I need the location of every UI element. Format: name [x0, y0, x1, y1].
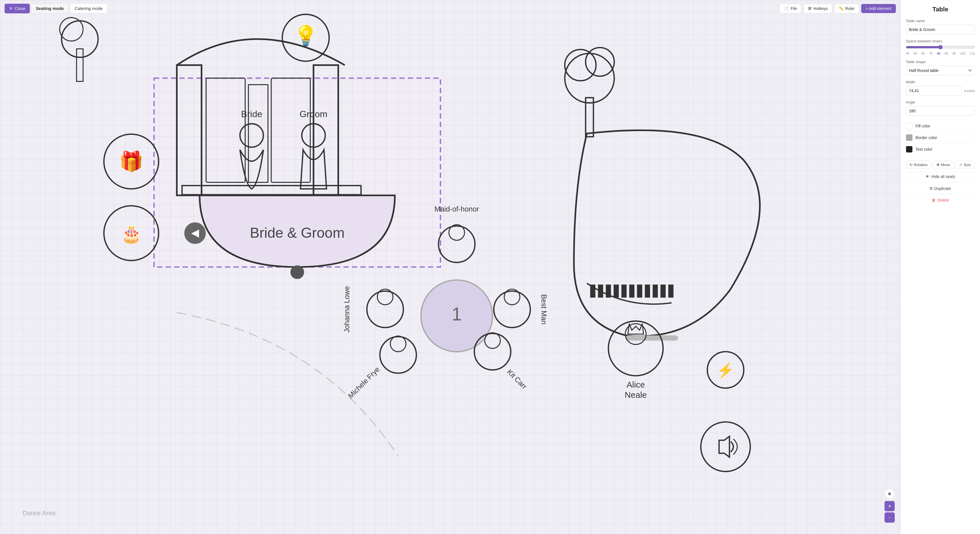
table-shape-select[interactable]: Half Round table Round table Rectangle t… [906, 66, 975, 75]
border-color-row: Border color [906, 132, 975, 143]
toolbar-right: 📄 File ⌘ Hotkeys 📏 Ruler + Add element [780, 4, 896, 13]
delete-label: Delete [937, 198, 949, 202]
duplicate-button[interactable]: ⧉ Duplicate [906, 184, 975, 193]
svg-rect-34 [660, 285, 666, 298]
svg-text:Alice: Alice [627, 380, 645, 389]
svg-text:💡: 💡 [294, 24, 318, 48]
zoom-out-button[interactable]: - [885, 512, 895, 523]
angle-input[interactable] [906, 106, 975, 116]
border-color-swatch[interactable] [906, 134, 913, 141]
svg-rect-27 [606, 285, 611, 298]
svg-point-63 [62, 21, 98, 57]
table-shape-section: Table shape Half Round table Round table… [906, 60, 975, 75]
svg-rect-29 [621, 285, 627, 298]
svg-text:Johanna Lowe: Johanna Lowe [343, 286, 351, 333]
svg-text:Michele Frye: Michele Frye [347, 365, 381, 400]
width-section: Width Inches [906, 80, 975, 96]
svg-rect-28 [614, 285, 619, 298]
move-label: Move [941, 163, 950, 167]
space-slider[interactable] [906, 45, 975, 49]
width-row: Inches [906, 86, 975, 96]
svg-text:Groom: Groom [299, 109, 328, 119]
svg-text:🎁: 🎁 [119, 150, 143, 173]
svg-text:Bride & Groom: Bride & Groom [250, 225, 344, 241]
rotation-label: Rotation [914, 163, 928, 167]
svg-rect-62 [76, 49, 83, 81]
svg-text:Maid-of-honor: Maid-of-honor [434, 205, 479, 213]
svg-rect-33 [652, 285, 658, 298]
svg-text:🎂: 🎂 [121, 224, 142, 244]
svg-rect-32 [645, 285, 650, 298]
svg-rect-35 [668, 285, 673, 298]
space-label: Space between chairs [906, 39, 975, 43]
catering-mode-button[interactable]: Catering mode [70, 3, 107, 13]
toolbar: ✕ Close Seating mode Catering mode 📄 Fil… [0, 3, 900, 13]
fill-color-label: Fill color [915, 124, 930, 128]
ruler-button[interactable]: 📏 Ruler [834, 4, 859, 13]
text-color-swatch[interactable] [906, 146, 913, 153]
hotkeys-icon: ⌘ [808, 6, 812, 11]
svg-rect-25 [590, 285, 595, 298]
svg-point-23 [565, 49, 596, 81]
rotation-icon: ↻ [910, 163, 913, 167]
zoom-controls: ⊕ + - [885, 488, 895, 523]
add-element-button[interactable]: + Add element [861, 4, 896, 13]
panel-title: Table [906, 6, 975, 13]
slider-labels: 45 55 65 75 80 85 95 105 115 [906, 52, 975, 55]
space-between-chairs-section: Space between chairs 45 55 65 75 80 85 9… [906, 39, 975, 55]
svg-text:Bride: Bride [241, 109, 262, 119]
svg-rect-36 [626, 335, 678, 340]
width-input[interactable] [906, 86, 962, 96]
border-color-label: Border color [915, 135, 937, 140]
file-label: File [791, 6, 797, 11]
seating-mode-button[interactable]: Seating mode [31, 3, 68, 13]
svg-text:Kit Carr: Kit Carr [506, 368, 528, 391]
svg-rect-30 [629, 285, 635, 298]
table-shape-label: Table shape [906, 60, 975, 64]
hide-seats-label: Hide all seats [931, 174, 955, 179]
svg-point-60 [701, 422, 750, 472]
canvas-area[interactable]: ✕ Close Seating mode Catering mode 📄 Fil… [0, 0, 900, 534]
duplicate-label: Duplicate [934, 186, 951, 191]
svg-point-48 [474, 333, 511, 370]
svg-text:Best Man: Best Man [540, 294, 548, 324]
hotkeys-label: Hotkeys [813, 6, 828, 11]
move-icon: ✥ [937, 163, 940, 167]
width-label: Width [906, 80, 975, 84]
table-name-section: Table name [906, 19, 975, 34]
text-color-row: Text color [906, 143, 975, 155]
svg-point-42 [494, 291, 530, 328]
ruler-icon: 📏 [839, 6, 843, 11]
svg-point-45 [367, 291, 403, 328]
svg-point-49 [485, 333, 500, 348]
svg-text:Neale: Neale [625, 390, 647, 400]
close-icon: ✕ [9, 6, 13, 11]
size-button[interactable]: ⤢ Size [955, 161, 975, 169]
delete-button[interactable]: 🗑 Delete [906, 196, 975, 205]
svg-marker-61 [719, 436, 730, 457]
fill-color-swatch[interactable] [906, 123, 913, 129]
zoom-in-button[interactable]: + [885, 501, 895, 511]
table-name-input[interactable] [906, 25, 975, 34]
svg-point-64 [60, 18, 83, 41]
dance-area-label: Dance Area [23, 510, 56, 517]
svg-point-39 [439, 226, 475, 263]
hotkeys-button[interactable]: ⌘ Hotkeys [803, 4, 832, 13]
close-button[interactable]: ✕ Close [5, 4, 30, 13]
table-name-label: Table name [906, 19, 975, 23]
width-unit: Inches [964, 89, 975, 93]
copy-icon: ⧉ [930, 186, 932, 191]
divider-1 [906, 182, 975, 183]
hide-seats-button[interactable]: 👁 Hide all seats [906, 172, 975, 181]
svg-point-14 [291, 266, 304, 279]
close-label: Close [14, 6, 25, 11]
right-panel: Table Table name Space between chairs 45… [900, 0, 980, 534]
svg-point-54 [609, 321, 663, 376]
svg-text:◀: ◀ [191, 227, 199, 239]
trash-icon: 🗑 [932, 198, 935, 202]
move-button[interactable]: ✥ Move [933, 161, 954, 169]
file-button[interactable]: 📄 File [780, 4, 801, 13]
rotation-button[interactable]: ↻ Rotation [906, 161, 931, 169]
svg-point-40 [449, 225, 465, 240]
compass-button[interactable]: ⊕ [885, 488, 895, 499]
